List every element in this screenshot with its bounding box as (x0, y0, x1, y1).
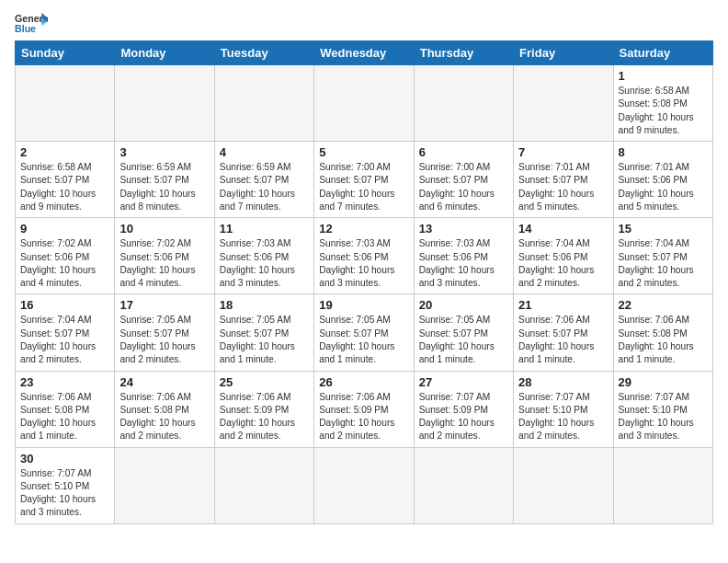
logo: General Blue (15, 11, 48, 37)
day-info: Sunrise: 6:59 AM Sunset: 5:07 PM Dayligh… (119, 161, 209, 213)
day-number: 14 (518, 222, 608, 236)
day-number: 10 (119, 222, 209, 236)
calendar-cell (613, 447, 712, 523)
day-info: Sunrise: 7:06 AM Sunset: 5:09 PM Dayligh… (319, 391, 408, 443)
calendar-cell: 13Sunrise: 7:03 AM Sunset: 5:06 PM Dayli… (414, 218, 513, 294)
calendar-cell (115, 447, 214, 523)
day-number: 22 (619, 298, 708, 312)
calendar-cell: 30Sunrise: 7:07 AM Sunset: 5:10 PM Dayli… (16, 447, 115, 523)
calendar-cell: 19Sunrise: 7:05 AM Sunset: 5:07 PM Dayli… (314, 294, 414, 371)
generalblue-logo-icon: General Blue (15, 11, 48, 37)
weekday-header-tuesday: Tuesday (214, 41, 313, 65)
calendar-cell (214, 65, 313, 142)
calendar-cell: 29Sunrise: 7:07 AM Sunset: 5:10 PM Dayli… (613, 371, 712, 447)
calendar-cell: 27Sunrise: 7:07 AM Sunset: 5:09 PM Dayli… (414, 371, 513, 447)
week-row-2: 2Sunrise: 6:58 AM Sunset: 5:07 PM Daylig… (16, 142, 713, 218)
day-info: Sunrise: 7:06 AM Sunset: 5:07 PM Dayligh… (518, 314, 608, 366)
day-info: Sunrise: 7:05 AM Sunset: 5:07 PM Dayligh… (119, 314, 209, 366)
calendar-cell: 14Sunrise: 7:04 AM Sunset: 5:06 PM Dayli… (514, 218, 613, 294)
day-info: Sunrise: 7:06 AM Sunset: 5:08 PM Dayligh… (119, 391, 209, 443)
calendar-cell (514, 447, 613, 523)
calendar-cell: 24Sunrise: 7:06 AM Sunset: 5:08 PM Dayli… (115, 371, 214, 447)
day-info: Sunrise: 6:59 AM Sunset: 5:07 PM Dayligh… (220, 161, 309, 213)
week-row-5: 23Sunrise: 7:06 AM Sunset: 5:08 PM Dayli… (16, 371, 713, 447)
calendar-cell (514, 65, 613, 142)
calendar-cell (115, 65, 214, 142)
calendar-cell: 8Sunrise: 7:01 AM Sunset: 5:06 PM Daylig… (613, 142, 712, 218)
calendar-cell: 5Sunrise: 7:00 AM Sunset: 5:07 PM Daylig… (314, 142, 414, 218)
day-number: 18 (220, 298, 309, 312)
calendar-cell: 6Sunrise: 7:00 AM Sunset: 5:07 PM Daylig… (414, 142, 513, 218)
day-info: Sunrise: 7:01 AM Sunset: 5:06 PM Dayligh… (619, 161, 708, 213)
calendar-cell (214, 447, 313, 523)
day-info: Sunrise: 7:00 AM Sunset: 5:07 PM Dayligh… (419, 161, 508, 213)
calendar-cell: 25Sunrise: 7:06 AM Sunset: 5:09 PM Dayli… (214, 371, 313, 447)
day-info: Sunrise: 6:58 AM Sunset: 5:07 PM Dayligh… (20, 161, 109, 213)
day-info: Sunrise: 7:06 AM Sunset: 5:08 PM Dayligh… (619, 314, 708, 366)
calendar-cell: 21Sunrise: 7:06 AM Sunset: 5:07 PM Dayli… (514, 294, 613, 371)
day-info: Sunrise: 7:07 AM Sunset: 5:09 PM Dayligh… (419, 391, 508, 443)
day-number: 1 (619, 69, 708, 83)
calendar-cell: 4Sunrise: 6:59 AM Sunset: 5:07 PM Daylig… (214, 142, 313, 218)
day-info: Sunrise: 7:07 AM Sunset: 5:10 PM Dayligh… (518, 391, 608, 443)
calendar-cell: 10Sunrise: 7:02 AM Sunset: 5:06 PM Dayli… (115, 218, 214, 294)
day-info: Sunrise: 7:01 AM Sunset: 5:07 PM Dayligh… (518, 161, 608, 213)
day-info: Sunrise: 7:06 AM Sunset: 5:08 PM Dayligh… (20, 391, 109, 443)
day-number: 11 (220, 222, 309, 236)
day-number: 19 (319, 298, 408, 312)
day-info: Sunrise: 6:58 AM Sunset: 5:08 PM Dayligh… (619, 85, 708, 137)
day-info: Sunrise: 7:06 AM Sunset: 5:09 PM Dayligh… (220, 391, 309, 443)
day-number: 4 (220, 145, 309, 159)
day-number: 25 (220, 375, 309, 389)
calendar-cell: 1Sunrise: 6:58 AM Sunset: 5:08 PM Daylig… (613, 65, 712, 142)
day-info: Sunrise: 7:03 AM Sunset: 5:06 PM Dayligh… (419, 237, 508, 290)
weekday-header-friday: Friday (514, 41, 613, 65)
weekday-header-saturday: Saturday (613, 41, 712, 65)
day-number: 20 (419, 298, 508, 312)
day-info: Sunrise: 7:07 AM Sunset: 5:10 PM Dayligh… (20, 467, 109, 520)
day-number: 12 (319, 222, 408, 236)
day-number: 2 (20, 145, 109, 159)
calendar-cell: 17Sunrise: 7:05 AM Sunset: 5:07 PM Dayli… (115, 294, 214, 371)
weekday-header-row: SundayMondayTuesdayWednesdayThursdayFrid… (16, 41, 713, 65)
calendar-cell: 28Sunrise: 7:07 AM Sunset: 5:10 PM Dayli… (514, 371, 613, 447)
day-info: Sunrise: 7:02 AM Sunset: 5:06 PM Dayligh… (20, 237, 109, 290)
calendar-cell: 9Sunrise: 7:02 AM Sunset: 5:06 PM Daylig… (16, 218, 115, 294)
day-number: 29 (619, 375, 708, 389)
day-number: 21 (518, 298, 608, 312)
calendar-cell: 3Sunrise: 6:59 AM Sunset: 5:07 PM Daylig… (115, 142, 214, 218)
day-info: Sunrise: 7:04 AM Sunset: 5:06 PM Dayligh… (518, 237, 608, 290)
week-row-6: 30Sunrise: 7:07 AM Sunset: 5:10 PM Dayli… (16, 447, 713, 523)
day-number: 6 (419, 145, 508, 159)
day-info: Sunrise: 7:07 AM Sunset: 5:10 PM Dayligh… (619, 391, 708, 443)
day-number: 28 (518, 375, 608, 389)
day-number: 13 (419, 222, 508, 236)
calendar-cell (314, 447, 414, 523)
day-number: 23 (20, 375, 109, 389)
week-row-3: 9Sunrise: 7:02 AM Sunset: 5:06 PM Daylig… (16, 218, 713, 294)
calendar-cell (314, 65, 414, 142)
svg-text:Blue: Blue (15, 23, 36, 34)
day-info: Sunrise: 7:03 AM Sunset: 5:06 PM Dayligh… (319, 237, 408, 290)
day-number: 3 (119, 145, 209, 159)
day-number: 27 (419, 375, 508, 389)
day-info: Sunrise: 7:04 AM Sunset: 5:07 PM Dayligh… (20, 314, 109, 366)
calendar-cell: 11Sunrise: 7:03 AM Sunset: 5:06 PM Dayli… (214, 218, 313, 294)
weekday-header-wednesday: Wednesday (314, 41, 414, 65)
calendar-cell: 18Sunrise: 7:05 AM Sunset: 5:07 PM Dayli… (214, 294, 313, 371)
day-number: 15 (619, 222, 708, 236)
day-info: Sunrise: 7:05 AM Sunset: 5:07 PM Dayligh… (319, 314, 408, 366)
calendar-cell: 2Sunrise: 6:58 AM Sunset: 5:07 PM Daylig… (16, 142, 115, 218)
calendar-cell: 16Sunrise: 7:04 AM Sunset: 5:07 PM Dayli… (16, 294, 115, 371)
calendar-cell: 23Sunrise: 7:06 AM Sunset: 5:08 PM Dayli… (16, 371, 115, 447)
weekday-header-sunday: Sunday (16, 41, 115, 65)
day-info: Sunrise: 7:04 AM Sunset: 5:07 PM Dayligh… (619, 237, 708, 290)
day-info: Sunrise: 7:03 AM Sunset: 5:06 PM Dayligh… (220, 237, 309, 290)
day-number: 8 (619, 145, 708, 159)
day-number: 16 (20, 298, 109, 312)
calendar-cell: 15Sunrise: 7:04 AM Sunset: 5:07 PM Dayli… (613, 218, 712, 294)
day-number: 30 (20, 452, 109, 465)
day-number: 7 (518, 145, 608, 159)
header: General Blue (15, 11, 713, 37)
week-row-4: 16Sunrise: 7:04 AM Sunset: 5:07 PM Dayli… (16, 294, 713, 371)
